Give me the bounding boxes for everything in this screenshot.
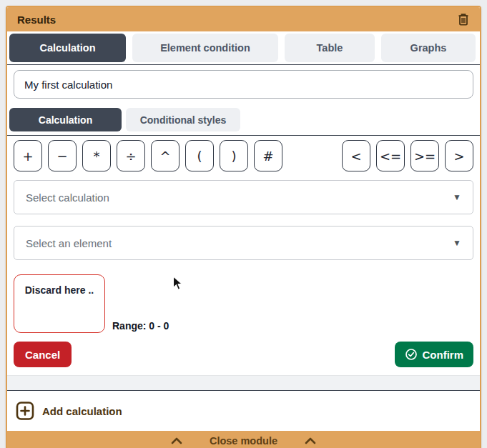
discard-dropzone[interactable]: Discard here ..	[14, 274, 105, 333]
chevron-up-icon	[171, 437, 182, 444]
select-element-dropdown[interactable]: Select an element ▼	[14, 226, 473, 260]
trash-icon[interactable]	[457, 13, 470, 26]
close-module-button[interactable]: Close module	[7, 431, 480, 448]
discard-label: Discard here ..	[25, 284, 94, 296]
operator-hash-button[interactable]: #	[254, 140, 282, 171]
calculation-name-field-wrap	[7, 65, 480, 99]
check-circle-icon	[405, 348, 418, 361]
operator-multiply-button[interactable]: *	[82, 140, 111, 171]
plus-icon	[16, 401, 34, 421]
module-title: Results	[17, 14, 56, 26]
subtab-conditional-styles[interactable]: Conditional styles	[126, 108, 240, 131]
operator-divide-button[interactable]: ÷	[117, 140, 145, 171]
subtab-calculation[interactable]: Calculation	[9, 108, 122, 131]
operator-close-paren-button[interactable]: )	[220, 140, 248, 171]
comparator-greater-than-button[interactable]: >	[445, 140, 473, 171]
comparator-less-than-button[interactable]: <	[342, 140, 370, 171]
confirm-button[interactable]: Confirm	[395, 342, 474, 367]
chevron-up-icon	[305, 437, 316, 444]
select-calculation-dropdown[interactable]: Select calculation ▼	[14, 180, 473, 214]
add-calculation-label: Add calculation	[42, 405, 122, 417]
discard-section: Discard here .. Range: 0 - 0	[14, 274, 473, 333]
select-element-placeholder: Select an element	[26, 237, 112, 249]
range-label: Range: 0 - 0	[112, 320, 169, 332]
tab-table[interactable]: Table	[285, 34, 375, 62]
tab-bar: Calculation Element condition Table Grap…	[7, 31, 480, 64]
comparator-greater-equal-button[interactable]: >=	[410, 140, 439, 171]
calculation-name-input[interactable]	[14, 70, 473, 99]
chevron-down-icon: ▼	[453, 238, 461, 248]
module-header: Results	[7, 7, 480, 31]
cancel-button[interactable]: Cancel	[14, 342, 72, 367]
operator-plus-button[interactable]: +	[14, 140, 42, 171]
operator-toolbar: + − * ÷ ^ ( ) # < <= >= >	[7, 136, 480, 173]
confirm-button-label: Confirm	[423, 349, 464, 361]
add-calculation-button[interactable]: Add calculation	[7, 391, 480, 431]
select-calculation-placeholder: Select calculation	[26, 191, 109, 204]
operator-power-button[interactable]: ^	[151, 140, 179, 171]
close-module-label: Close module	[210, 435, 277, 447]
calculation-editor: Calculation Conditional styles + − * ÷ ^…	[7, 64, 480, 391]
results-module: Results Calculation Element condition Ta…	[6, 6, 481, 448]
tab-graphs[interactable]: Graphs	[381, 34, 476, 62]
comparator-less-equal-button[interactable]: <=	[376, 140, 405, 171]
card-footer-strip	[7, 375, 480, 390]
tab-calculation[interactable]: Calculation	[9, 34, 126, 62]
chevron-down-icon: ▼	[453, 192, 461, 202]
operator-minus-button[interactable]: −	[48, 140, 77, 171]
subtab-bar: Calculation Conditional styles	[7, 99, 480, 136]
action-buttons: Cancel Confirm	[14, 342, 473, 367]
tab-element-condition[interactable]: Element condition	[132, 34, 278, 62]
operator-open-paren-button[interactable]: (	[185, 140, 214, 171]
